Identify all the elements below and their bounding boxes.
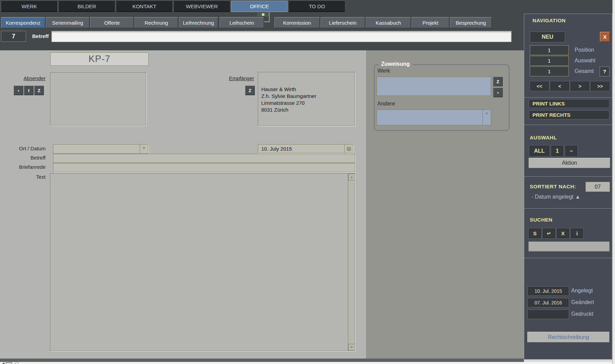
sort-field-value[interactable]: 07	[586, 182, 610, 192]
auswahl-label: Auswahl	[575, 58, 595, 64]
window-scrollbar[interactable]	[612, 0, 615, 364]
tab-projekt[interactable]: Projekt	[412, 17, 449, 28]
suchen-title: SUCHEN	[530, 217, 552, 223]
gesamt-label: Gesamt	[575, 68, 594, 74]
tab-webviewer[interactable]: WEBVIEWER	[174, 1, 230, 12]
betreff-field[interactable]	[53, 154, 355, 163]
print-rechts-button[interactable]: PRINT RECHTS	[529, 111, 609, 119]
absender-dot-button[interactable]: •	[14, 86, 23, 95]
tab-serienmailing[interactable]: Serienmailing	[46, 17, 89, 28]
andere-dropdown[interactable]: ▼	[377, 110, 491, 125]
app-window: WERK BILDER KONTAKT WEBVIEWER OFFICE TO …	[0, 0, 615, 364]
gedruckt-date	[527, 310, 569, 319]
statusbar-back-icon[interactable]	[2, 362, 4, 364]
help-button[interactable]: ?	[600, 66, 610, 76]
sort-criteria[interactable]: - Datum angelegt ▲	[531, 194, 580, 200]
header-betreff-label: Betreff	[32, 33, 49, 39]
absender-field[interactable]	[50, 72, 146, 126]
ort-datum-label: Ort / Datum	[7, 146, 46, 151]
ort-dropdown[interactable]: ▼	[53, 144, 148, 154]
gedruckt-label: Gedruckt	[571, 311, 593, 317]
absender-label[interactable]: Absender	[7, 75, 46, 81]
datum-field[interactable]: 10. July 2015 ▦	[258, 144, 353, 153]
bottom-chrome	[0, 359, 524, 362]
close-icon[interactable]: X	[600, 32, 610, 42]
search-clear-button[interactable]: X	[556, 228, 569, 239]
status-bar	[0, 362, 615, 364]
neu-button[interactable]: NEU	[530, 32, 565, 42]
angelegt-label: Angelegt	[571, 288, 593, 294]
empfaenger-label[interactable]: Empfänger	[215, 75, 254, 81]
text-field[interactable]: ▲ ▼	[50, 173, 355, 351]
select-one-button[interactable]: 1	[551, 145, 564, 156]
search-enter-icon[interactable]: ↵	[542, 228, 555, 239]
divider	[524, 258, 612, 258]
aktion-button[interactable]: Aktion	[529, 158, 610, 168]
andere-label: Andere	[377, 101, 395, 107]
nav-first-button[interactable]: <<	[530, 81, 549, 91]
tab-office[interactable]: OFFICE	[231, 1, 288, 12]
select-minus-button[interactable]: –	[565, 145, 578, 156]
geaendert-date: 07. Jul. 2016	[527, 298, 569, 307]
briefanrede-field[interactable]	[53, 163, 355, 172]
empfaenger-field[interactable]: Hauser & Wirth Z.h. Sylvie Baumgartner L…	[258, 72, 355, 126]
nav-last-button[interactable]: >>	[590, 81, 610, 91]
tab-todo[interactable]: TO DO	[289, 1, 345, 12]
zuweisung-title: Zuweisung	[378, 61, 413, 67]
tab-leihrechnung[interactable]: Leihrechnung	[179, 17, 218, 28]
dropdown-arrow-icon[interactable]: ▼	[140, 145, 148, 153]
empfaenger-z-button[interactable]: Z	[245, 86, 255, 95]
absender-z-button[interactable]: Z	[34, 86, 44, 95]
tab-connector-horizontal	[263, 21, 270, 22]
tab-offerte[interactable]: Offerte	[90, 17, 134, 28]
werk-label: Werk	[377, 68, 390, 74]
absender-info-button[interactable]: I	[24, 86, 34, 95]
print-links-button[interactable]: PRINT LINKS	[529, 99, 609, 108]
tab-bilder[interactable]: BILDER	[59, 1, 115, 12]
position-value[interactable]: 1	[530, 45, 569, 55]
letter-code-field[interactable]: KP-7	[50, 52, 149, 66]
tab-kommission[interactable]: Kommission	[274, 17, 320, 28]
search-info-button[interactable]: i	[570, 228, 583, 239]
rechtschreibung-button[interactable]: Rechtschreibung	[527, 332, 610, 342]
divider	[524, 97, 612, 98]
tab-korrespondenz[interactable]: Korrespondenz	[1, 17, 45, 28]
auswahl-title: AUSWAHL	[530, 135, 557, 140]
nav-next-button[interactable]: >	[570, 81, 590, 91]
briefanrede-label: Briefanrede	[7, 164, 46, 170]
werk-z-button[interactable]: Z	[493, 77, 503, 86]
tab-besprechung[interactable]: Besprechung	[450, 17, 492, 28]
nav-prev-button[interactable]: <	[550, 81, 569, 91]
auswahl-value[interactable]: 1	[530, 56, 569, 66]
search-button[interactable]: S	[528, 228, 541, 239]
header-betreff-input[interactable]	[51, 31, 512, 42]
angelegt-date: 10. Jul. 2015	[527, 286, 569, 296]
betreff-label: Betreff	[7, 155, 46, 161]
tab-leihschein[interactable]: Leihschein	[219, 17, 264, 28]
dropdown-arrow-icon[interactable]: ▼	[482, 110, 491, 125]
tab-werk[interactable]: WERK	[1, 1, 58, 12]
empfaenger-address: Hauser & Wirth Z.h. Sylvie Baumgartner L…	[258, 72, 355, 113]
gesamt-value[interactable]: 1	[530, 66, 569, 76]
geaendert-label: Geändert	[571, 299, 594, 305]
werk-dot-button[interactable]: •	[493, 88, 503, 97]
statusbar-grid-icon[interactable]	[6, 362, 12, 364]
search-input[interactable]	[528, 241, 610, 251]
divider	[524, 176, 612, 177]
tab-rechnung[interactable]: Rechnung	[135, 17, 178, 28]
tab-kontakt[interactable]: KONTAKT	[116, 1, 173, 12]
calendar-icon[interactable]: ▦	[344, 145, 353, 153]
werk-field[interactable]	[377, 77, 491, 96]
tab-lieferschein[interactable]: Lieferschein	[321, 17, 365, 28]
select-all-button[interactable]: ALL	[529, 145, 550, 156]
navigation-title: NAVIGATION	[532, 17, 566, 23]
tab-kassabuch[interactable]: Kassabuch	[366, 17, 411, 28]
divider	[524, 125, 612, 125]
record-number-field[interactable]: 7	[1, 31, 26, 42]
scroll-down-icon[interactable]: ▼	[348, 344, 355, 351]
statusbar-page-icon[interactable]	[15, 363, 18, 364]
text-label: Text	[7, 174, 46, 180]
position-label: Position	[575, 47, 594, 53]
scroll-up-icon[interactable]: ▲	[348, 174, 355, 180]
text-scrollbar[interactable]: ▲ ▼	[348, 174, 355, 351]
